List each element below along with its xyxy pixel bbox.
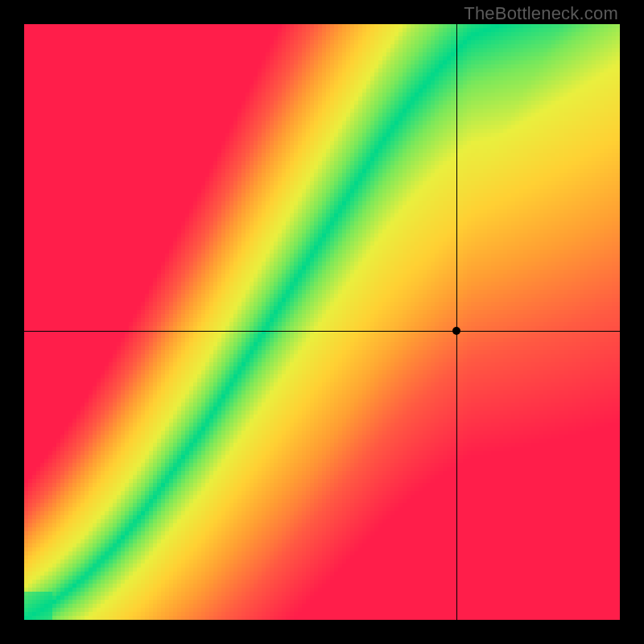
watermark-text: TheBottleneck.com <box>464 3 618 24</box>
marker-dot <box>452 327 460 335</box>
heatmap-canvas <box>24 24 620 620</box>
crosshair-vertical <box>456 24 457 620</box>
crosshair-horizontal <box>24 331 620 332</box>
plot-area <box>24 24 620 620</box>
chart-container: TheBottleneck.com <box>0 0 644 644</box>
